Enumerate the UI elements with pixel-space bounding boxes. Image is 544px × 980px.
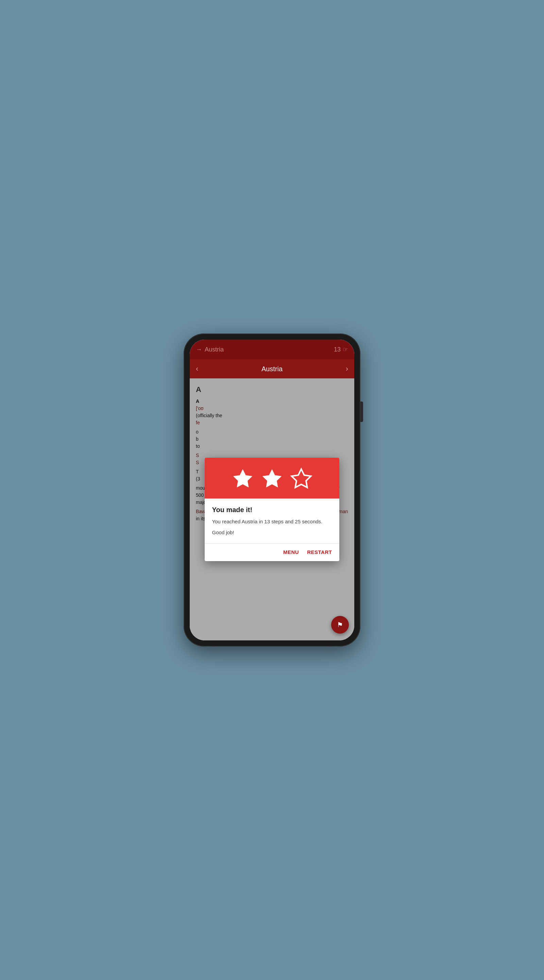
phone-screen: → Austria 13 ☞ ‹ Austria › A A ['oʊ (off… [190,340,354,640]
dialog-heading: You made it! [212,506,332,514]
restart-button[interactable]: RESTART [307,548,332,556]
top-bar-left: → Austria [196,346,224,353]
fab-flag-button[interactable]: ⚑ [331,616,349,633]
star-2 [260,467,284,490]
completion-dialog: You made it! You reached Austria in 13 s… [205,458,339,562]
prev-chevron-icon[interactable]: ‹ [196,364,198,373]
nav-bar: ‹ Austria › [190,360,354,379]
dialog-message: You reached Austria in 13 steps and 25 s… [212,518,332,526]
arrow-icon: → [196,346,202,353]
overlay-backdrop: You made it! You reached Austria in 13 s… [190,379,354,640]
top-bar-right: 13 ☞ [334,346,348,353]
star-3 [290,467,313,490]
next-chevron-icon[interactable]: › [346,364,348,373]
top-bar: → Austria 13 ☞ [190,340,354,360]
flag-icon: ⚑ [337,620,343,629]
top-bar-destination: Austria [205,346,224,353]
dialog-body: You made it! You reached Austria in 13 s… [205,498,339,544]
content-area: A A ['oʊ (officially the fe o b to S S [190,379,354,640]
star-1 [231,467,254,490]
menu-button[interactable]: MENU [283,548,299,556]
phone-device: → Austria 13 ☞ ‹ Austria › A A ['oʊ (off… [184,334,360,646]
step-count: 13 [334,346,341,353]
dialog-actions: MENU RESTART [205,544,339,561]
dialog-good-job: Good job! [212,530,332,535]
touch-icon: ☞ [343,346,348,353]
stars-area [205,458,339,498]
nav-title: Austria [262,365,282,373]
